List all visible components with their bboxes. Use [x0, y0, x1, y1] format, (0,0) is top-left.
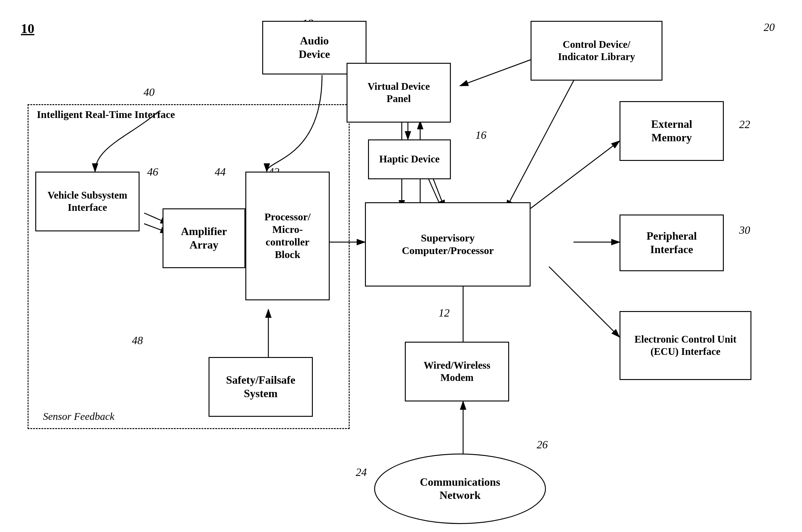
- vehicle-subsystem-box: Vehicle Subsystem Interface: [35, 172, 140, 231]
- amplifier-array-box: Amplifier Array: [163, 208, 245, 268]
- ref-22: 22: [739, 118, 750, 131]
- ref-20: 20: [764, 21, 775, 34]
- ref-12: 12: [439, 306, 450, 319]
- virtual-device-panel-box: Virtual Device Panel: [347, 63, 451, 122]
- wired-wireless-modem-box: Wired/Wireless Modem: [405, 342, 509, 401]
- communications-network-ellipse: Communications Network: [374, 454, 546, 524]
- supervisory-computer-box: Supervisory Computer/Processor: [365, 202, 531, 287]
- peripheral-interface-box: Peripheral Interface: [620, 214, 724, 271]
- ref-26: 26: [537, 438, 548, 451]
- sensor-feedback-label: Sensor Feedback: [43, 411, 114, 422]
- control-device-box: Control Device/ Indicator Library: [531, 21, 662, 81]
- processor-block-box: Processor/ Micro- controller Block: [245, 172, 330, 300]
- ref-24: 24: [356, 466, 367, 479]
- ref-40: 40: [144, 86, 154, 99]
- external-memory-box: External Memory: [620, 101, 724, 161]
- intelligent-interface-label: Intelligent Real-Time Interface: [37, 109, 175, 120]
- diagram: 10 18 20 14 16 22 30 28 12 24 26 40 42 4…: [0, 0, 802, 532]
- ref-10: 10: [21, 21, 34, 36]
- ref-16: 16: [475, 129, 487, 141]
- haptic-device-box: Haptic Device: [368, 139, 451, 179]
- svg-line-17: [506, 75, 577, 208]
- safety-failsafe-box: Safety/Failsafe System: [208, 357, 313, 417]
- ecu-interface-box: Electronic Control Unit (ECU) Interface: [620, 311, 751, 380]
- svg-line-10: [549, 267, 620, 337]
- svg-line-16: [460, 60, 531, 86]
- ref-30: 30: [739, 224, 750, 236]
- svg-line-8: [531, 141, 620, 208]
